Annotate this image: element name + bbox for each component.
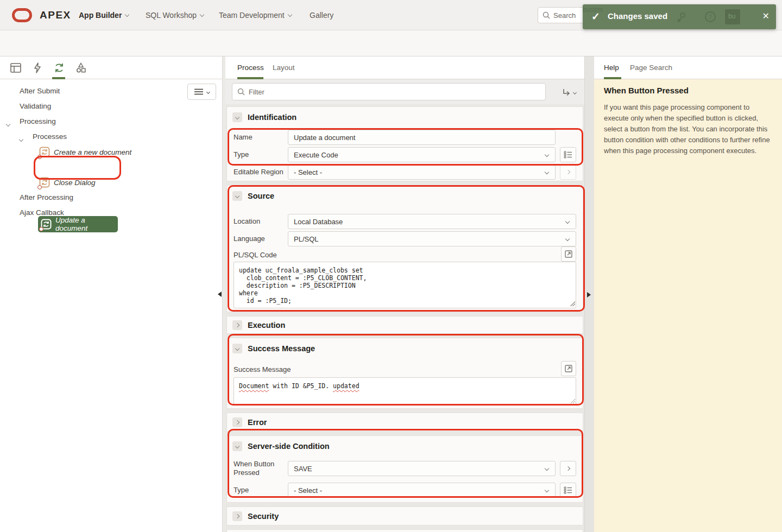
svg-text:?: ?: [709, 14, 712, 20]
chevron-down-icon: [545, 466, 549, 471]
quick-pick-button[interactable]: [560, 147, 576, 162]
quick-pick-button[interactable]: [560, 483, 576, 498]
field-condition-type: Type - Select -: [234, 483, 576, 498]
type-select[interactable]: Execute Code: [288, 147, 556, 162]
condition-badge-icon: [39, 227, 43, 231]
section-source: Source Location Local Database Language …: [226, 185, 583, 312]
resize-handle[interactable]: [570, 301, 575, 306]
center-tabs: Process Layout: [225, 56, 584, 79]
go-to-button[interactable]: [560, 164, 576, 180]
field-location: Location Local Database: [234, 214, 576, 229]
tree-node-validating[interactable]: Validating: [20, 102, 51, 110]
section-source-header[interactable]: Source: [227, 186, 583, 205]
list-icon: [564, 486, 572, 494]
help-pane: Help Page Search When Button Pressed If …: [594, 56, 782, 532]
collapse-icon[interactable]: [232, 112, 242, 122]
condition-type-select[interactable]: - Select -: [288, 483, 556, 498]
menu-sql-workshop[interactable]: SQL Workshop: [146, 11, 204, 20]
go-to-group-button[interactable]: [558, 85, 581, 100]
filter-input[interactable]: [249, 88, 540, 96]
section-error-header[interactable]: Error: [227, 413, 583, 432]
right-splitter[interactable]: [584, 56, 594, 532]
expand-right-arrow-icon[interactable]: [587, 292, 591, 297]
tree-node-processing[interactable]: Processing: [20, 117, 56, 125]
plsql-code-textarea[interactable]: update uc_froala_sample_clobs set clob_c…: [234, 262, 576, 308]
plsql-code-label: PL/SQL Code: [234, 251, 277, 259]
oracle-logo-icon: [12, 8, 32, 22]
property-sections: Identification Name Type Execute Code: [225, 104, 584, 532]
field-when-button-pressed: When Button Pressed SAVE: [234, 460, 576, 477]
chevron-down-icon: [565, 237, 570, 241]
help-body: If you want this page processing compone…: [604, 102, 772, 156]
expand-icon[interactable]: [232, 417, 242, 427]
open-in-window-icon: [565, 250, 572, 258]
tree-node-ajax-callback[interactable]: Ajax Callback: [20, 208, 64, 217]
collapse-icon[interactable]: [232, 344, 242, 353]
chevron-right-icon: [566, 170, 570, 174]
tab-help[interactable]: Help: [604, 64, 619, 72]
tree-node-close-dialog[interactable]: Close Dialog: [39, 177, 96, 188]
section-identification-header[interactable]: Identification: [227, 107, 583, 126]
search-icon: [543, 11, 550, 19]
chevron-down-icon: [545, 153, 549, 157]
process-icon: [39, 147, 50, 157]
close-icon[interactable]: ✕: [762, 11, 770, 21]
tab-page-shared-components-icon[interactable]: [74, 61, 88, 75]
collapse-icon[interactable]: [232, 191, 242, 201]
menu-gallery[interactable]: Gallery: [310, 11, 333, 20]
chevron-right-icon: [566, 466, 570, 471]
brand-title: APEX: [40, 9, 71, 21]
language-select[interactable]: PL/SQL: [288, 231, 576, 246]
tab-layout[interactable]: Layout: [273, 64, 295, 72]
collapse-left-arrow-icon[interactable]: [218, 292, 222, 297]
chevron-down-icon: [545, 488, 549, 492]
tab-page-search[interactable]: Page Search: [630, 64, 672, 72]
tree-node-create-a-new-document[interactable]: Create a new document: [39, 147, 131, 157]
tab-process[interactable]: Process: [237, 64, 264, 72]
when-button-pressed-select[interactable]: SAVE: [288, 461, 556, 476]
tree-menu-button[interactable]: [187, 84, 216, 100]
expand-icon[interactable]: [232, 511, 242, 521]
open-in-window-icon: [565, 365, 572, 372]
editable-region-select[interactable]: - Select -: [288, 164, 556, 180]
tree-node-after-processing[interactable]: After Processing: [20, 193, 73, 201]
tab-rendering-icon[interactable]: [9, 61, 23, 75]
chevron-down-icon: [206, 90, 210, 93]
collapse-icon[interactable]: [7, 118, 10, 128]
page-toolbar: Application 101 \ Page Designer 5 Go ↺ ↻…: [0, 30, 782, 56]
tree-pane-tabs: [0, 56, 222, 79]
code-editor-button[interactable]: [561, 246, 576, 262]
section-server-side-condition-header[interactable]: Server-side Condition: [227, 436, 583, 455]
expand-icon[interactable]: [232, 320, 242, 330]
go-to-button-button[interactable]: [560, 461, 576, 476]
menu-team-development[interactable]: Team Development: [219, 11, 292, 20]
chevron-down-icon: [573, 90, 577, 94]
tab-processing-icon[interactable]: [52, 61, 66, 75]
success-message-textarea[interactable]: Document with ID &P5_ID. updated: [234, 377, 576, 406]
tab-dynamic-actions-icon[interactable]: [30, 61, 45, 75]
filter-row: [225, 79, 584, 104]
section-error: Error: [226, 413, 583, 432]
filter-box[interactable]: [232, 83, 546, 100]
tree-node-update-a-document-selected[interactable]: Update a document: [38, 216, 118, 232]
changes-saved-toast: ✓ Changes saved ? bu bustrm ✕: [583, 4, 776, 29]
tree-node-after-submit[interactable]: After Submit: [20, 87, 60, 95]
section-configuration-header[interactable]: Configuration: [227, 530, 583, 532]
tree-node-processes[interactable]: Processes: [33, 132, 67, 141]
section-success-message: Success Message Success Message Document…: [226, 338, 583, 409]
goto-arrow-icon: [562, 88, 571, 97]
field-type: Type Execute Code: [234, 147, 576, 162]
tree-pane: After Submit Validating Processing Proce…: [0, 56, 223, 532]
location-select[interactable]: Local Database: [288, 214, 576, 229]
help-icon: ?: [704, 11, 716, 23]
menu-app-builder[interactable]: App Builder: [79, 11, 129, 20]
section-success-message-header[interactable]: Success Message: [227, 338, 583, 358]
message-editor-button[interactable]: [561, 361, 576, 376]
section-execution-header[interactable]: Execution: [227, 316, 583, 334]
condition-badge-icon: [37, 185, 42, 189]
collapse-icon[interactable]: [20, 134, 23, 143]
resize-handle[interactable]: [570, 398, 575, 403]
collapse-icon[interactable]: [232, 441, 242, 451]
name-input[interactable]: [288, 130, 556, 145]
section-security-header[interactable]: Security: [227, 507, 583, 525]
